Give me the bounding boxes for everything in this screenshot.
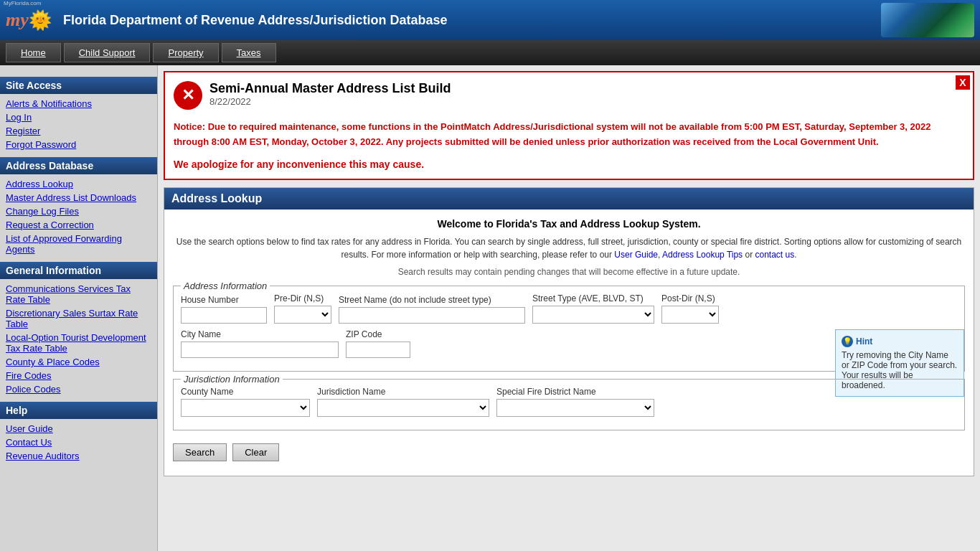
welcome-title: Welcome to Florida's Tax and Address Loo… [173,218,965,230]
special-fire-district-label: Special Fire District Name [496,387,654,397]
notification-box: X ✕ Semi-Annual Master Address List Buil… [164,71,974,180]
zip-code-group: ZIP Code [346,329,410,358]
notification-header: ✕ Semi-Annual Master Address List Build … [174,81,964,110]
main-content: X ✕ Semi-Annual Master Address List Buil… [158,65,980,551]
address-row-1: House Number Pre-Dir (N,S) NSEW Street N… [181,293,957,324]
notification-title: Semi-Annual Master Address List Build [209,81,451,96]
page-header: MyFlorida.com my 🌞 Florida Department of… [0,0,980,40]
zip-code-label: ZIP Code [346,329,410,339]
page-title: Florida Department of Revenue Address/Ju… [56,13,881,28]
sidebar-item-contact-us[interactable]: Contact Us [6,435,151,449]
sidebar-item-local-tourist[interactable]: Local-Option Tourist Development Tax Rat… [6,331,151,355]
logo-icon: 🌞 [29,9,52,32]
post-dir-group: Post-Dir (N,S) NSEW [661,293,719,324]
user-guide-link[interactable]: User Guide [614,250,658,260]
city-name-label: City Name [181,329,339,339]
street-name-group: Street Name (do not include street type) [339,295,525,324]
jurisdiction-name-select[interactable] [317,399,489,417]
hint-icon: 💡 [842,336,853,347]
sidebar: Site Access Alerts & Notifications Log I… [0,65,158,551]
sidebar-section-help: Help [0,402,157,419]
sidebar-item-comm-services[interactable]: Communications Services Tax Rate Table [6,282,151,306]
sidebar-item-forwarding-agents[interactable]: List of Approved Forwarding Agents [6,232,151,256]
sidebar-section-address-database: Address Database [0,157,157,174]
notification-body: Notice: Due to required maintenance, som… [174,117,964,153]
address-section-legend: Address Information [181,281,270,291]
special-fire-district-select[interactable] [496,399,654,417]
header-image [881,3,974,37]
jurisdiction-name-label: Jurisdiction Name [317,387,489,397]
notification-date: 8/22/2022 [209,96,451,107]
site-logo: my 🌞 [6,4,56,37]
nav-taxes[interactable]: Taxes [222,43,276,62]
sidebar-section-site-access: Site Access [0,77,157,94]
nav-home[interactable]: Home [6,43,61,62]
hint-title: 💡 Hint [842,336,958,347]
zip-code-input[interactable] [346,342,410,358]
welcome-desc: Use the search options below to find tax… [173,235,965,261]
city-name-input[interactable] [181,342,339,358]
sidebar-item-police-codes[interactable]: Police Codes [6,382,151,396]
sidebar-item-forgot-password[interactable]: Forgot Password [6,138,151,151]
pre-dir-label: Pre-Dir (N,S) [274,293,331,303]
sidebar-section-general-info: General Information [0,262,157,279]
pre-dir-select[interactable]: NSEW [274,306,331,324]
street-type-group: Street Type (AVE, BLVD, ST) [532,293,654,324]
sidebar-item-disc-sales-surtax[interactable]: Discretionary Sales Surtax Rate Table [6,306,151,331]
nav-property[interactable]: Property [153,43,218,62]
house-number-label: House Number [181,295,267,305]
post-dir-select[interactable]: NSEW [661,306,719,324]
clear-button[interactable]: Clear [232,443,279,461]
city-name-group: City Name [181,329,339,358]
sidebar-item-request-correction[interactable]: Request a Correction [6,218,151,232]
county-name-label: County Name [181,387,310,397]
county-name-group: County Name [181,387,310,417]
notification-icon: ✕ [174,81,202,110]
search-button[interactable]: Search [173,443,227,461]
county-name-select[interactable] [181,399,310,417]
jurisdiction-section-legend: Jurisdiction Information [181,374,283,385]
myflorida-label: MyFlorida.com [4,0,41,6]
notification-close-button[interactable]: X [956,75,970,90]
house-number-input[interactable] [181,307,267,324]
jurisdiction-row: County Name Jurisdiction Name [181,387,957,417]
notification-apology: We apologize for any inconvenience this … [174,153,964,170]
lookup-tips-link[interactable]: Address Lookup Tips [662,250,743,260]
notification-title-block: Semi-Annual Master Address List Build 8/… [209,81,451,107]
form-buttons: Search Clear [173,438,965,467]
sidebar-item-alerts-notifications[interactable]: Alerts & Notifications [6,97,151,110]
sidebar-item-county-place-codes[interactable]: County & Place Codes [6,355,151,369]
page-layout: Site Access Alerts & Notifications Log I… [0,65,980,551]
street-name-input[interactable] [339,307,525,324]
nav-child-support[interactable]: Child Support [64,43,151,62]
address-lookup-section: Address Lookup Welcome to Florida's Tax … [164,187,974,476]
house-number-group: House Number [181,295,267,324]
address-lookup-header: Address Lookup [164,188,974,209]
pre-dir-group: Pre-Dir (N,S) NSEW [274,293,331,324]
sidebar-item-revenue-auditors[interactable]: Revenue Auditors [6,449,151,463]
contact-us-link[interactable]: contact us [755,250,794,260]
address-lookup-body: Welcome to Florida's Tax and Address Loo… [164,209,974,476]
sidebar-item-fire-codes[interactable]: Fire Codes [6,369,151,382]
address-information-section: Address Information House Number Pre-Dir… [173,286,965,372]
post-dir-label: Post-Dir (N,S) [661,293,719,303]
street-name-label: Street Name (do not include street type) [339,295,525,305]
street-type-select[interactable] [532,306,654,324]
sidebar-item-register[interactable]: Register [6,124,151,138]
notification-icon-symbol: ✕ [182,86,194,105]
sidebar-item-user-guide[interactable]: User Guide [6,422,151,435]
sidebar-item-log-in[interactable]: Log In [6,110,151,124]
sidebar-item-master-address-list[interactable]: Master Address List Downloads [6,191,151,204]
jurisdiction-name-group: Jurisdiction Name [317,387,489,417]
special-fire-district-group: Special Fire District Name [496,387,654,417]
hint-title-text: Hint [856,336,872,347]
sidebar-item-address-lookup[interactable]: Address Lookup [6,177,151,191]
street-type-label: Street Type (AVE, BLVD, ST) [532,293,654,303]
pending-notice: Search results may contain pending chang… [173,267,965,277]
sidebar-item-change-log[interactable]: Change Log Files [6,204,151,218]
logo-text: my [6,9,29,31]
main-nav: Home Child Support Property Taxes [0,40,980,65]
jurisdiction-information-section: Jurisdiction Information County Name Jur… [173,379,965,430]
